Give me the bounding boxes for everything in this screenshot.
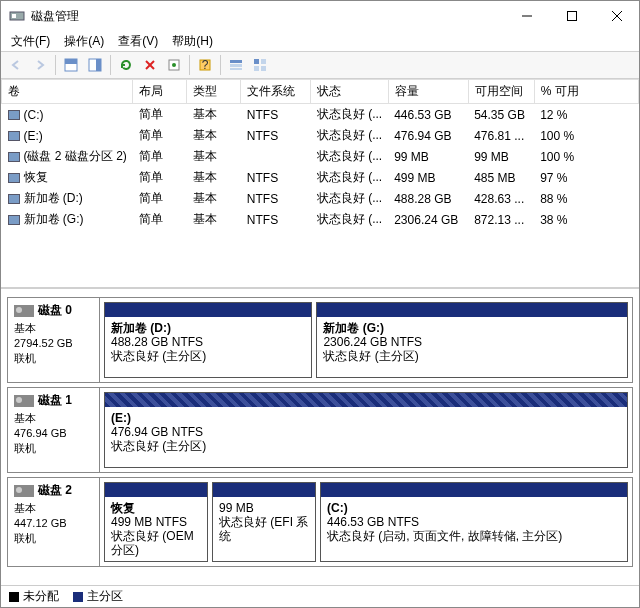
- drive-icon: [14, 485, 34, 497]
- svg-rect-3: [567, 12, 576, 21]
- disk-row: 磁盘 0基本2794.52 GB联机新加卷 (D:)488.28 GB NTFS…: [7, 297, 633, 383]
- maximize-button[interactable]: [549, 1, 594, 31]
- col-pct[interactable]: % 可用: [534, 80, 638, 104]
- drive-icon: [14, 305, 34, 317]
- minimize-button[interactable]: [504, 1, 549, 31]
- title-bar: 磁盘管理: [1, 1, 639, 31]
- properties-icon[interactable]: [163, 54, 185, 76]
- menu-file[interactable]: 文件(F): [5, 31, 56, 52]
- table-row[interactable]: (E:)简单基本NTFS状态良好 (...476.94 GB476.81 ...…: [2, 125, 639, 146]
- partition[interactable]: (C:)446.53 GB NTFS状态良好 (启动, 页面文件, 故障转储, …: [320, 482, 628, 562]
- svg-rect-21: [254, 66, 259, 71]
- menu-help[interactable]: 帮助(H): [166, 31, 219, 52]
- app-icon: [9, 8, 25, 24]
- delete-icon[interactable]: [139, 54, 161, 76]
- drive-icon: [14, 395, 34, 407]
- svg-rect-19: [254, 59, 259, 64]
- refresh-icon[interactable]: [115, 54, 137, 76]
- disk-row: 磁盘 1基本476.94 GB联机(E:)476.94 GB NTFS状态良好 …: [7, 387, 633, 473]
- legend: 未分配 主分区: [1, 585, 639, 607]
- volume-list-pane[interactable]: 卷 布局 类型 文件系统 状态 容量 可用空间 % 可用 (C:)简单基本NTF…: [1, 79, 639, 289]
- svg-point-13: [172, 63, 176, 67]
- view-list-icon[interactable]: [225, 54, 247, 76]
- col-status[interactable]: 状态: [311, 80, 388, 104]
- svg-rect-16: [230, 60, 242, 63]
- disk-header[interactable]: 磁盘 1基本476.94 GB联机: [8, 388, 100, 472]
- svg-rect-9: [96, 59, 101, 71]
- col-free[interactable]: 可用空间: [468, 80, 534, 104]
- disk-header[interactable]: 磁盘 0基本2794.52 GB联机: [8, 298, 100, 382]
- disk-header[interactable]: 磁盘 2基本447.12 GB联机: [8, 478, 100, 566]
- window-title: 磁盘管理: [31, 8, 504, 25]
- partition[interactable]: 新加卷 (G:)2306.24 GB NTFS状态良好 (主分区): [316, 302, 628, 378]
- help-icon[interactable]: ?: [194, 54, 216, 76]
- menu-view[interactable]: 查看(V): [112, 31, 164, 52]
- partition[interactable]: 99 MB状态良好 (EFI 系统: [212, 482, 316, 562]
- toolbar: ?: [1, 51, 639, 79]
- col-layout[interactable]: 布局: [133, 80, 187, 104]
- col-volume[interactable]: 卷: [2, 80, 133, 104]
- col-fs[interactable]: 文件系统: [241, 80, 311, 104]
- svg-rect-1: [12, 14, 16, 18]
- forward-button: [29, 54, 51, 76]
- partition[interactable]: 恢复499 MB NTFS状态良好 (OEM 分区): [104, 482, 208, 562]
- svg-rect-7: [65, 59, 77, 64]
- menu-bar: 文件(F) 操作(A) 查看(V) 帮助(H): [1, 31, 639, 51]
- svg-rect-20: [261, 59, 266, 64]
- partition[interactable]: (E:)476.94 GB NTFS状态良好 (主分区): [104, 392, 628, 468]
- legend-unallocated: 未分配: [9, 588, 59, 605]
- legend-primary: 主分区: [73, 588, 123, 605]
- svg-rect-17: [230, 64, 242, 67]
- close-button[interactable]: [594, 1, 639, 31]
- table-row[interactable]: 恢复简单基本NTFS状态良好 (...499 MB485 MB97 %: [2, 167, 639, 188]
- disk-map-pane[interactable]: 磁盘 0基本2794.52 GB联机新加卷 (D:)488.28 GB NTFS…: [1, 289, 639, 585]
- table-row[interactable]: 新加卷 (D:)简单基本NTFS状态良好 (...488.28 GB428.63…: [2, 188, 639, 209]
- panel-right-icon[interactable]: [84, 54, 106, 76]
- disk-row: 磁盘 2基本447.12 GB联机恢复499 MB NTFS状态良好 (OEM …: [7, 477, 633, 567]
- table-row[interactable]: 新加卷 (G:)简单基本NTFS状态良好 (...2306.24 GB872.1…: [2, 209, 639, 230]
- menu-action[interactable]: 操作(A): [58, 31, 110, 52]
- svg-rect-18: [230, 68, 242, 70]
- col-type[interactable]: 类型: [187, 80, 241, 104]
- table-row[interactable]: (C:)简单基本NTFS状态良好 (...446.53 GB54.35 GB12…: [2, 104, 639, 126]
- view-grid-icon[interactable]: [249, 54, 271, 76]
- back-button: [5, 54, 27, 76]
- partition[interactable]: 新加卷 (D:)488.28 GB NTFS状态良好 (主分区): [104, 302, 312, 378]
- svg-rect-22: [261, 66, 266, 71]
- panel-top-icon[interactable]: [60, 54, 82, 76]
- col-capacity[interactable]: 容量: [388, 80, 468, 104]
- table-row[interactable]: (磁盘 2 磁盘分区 2)简单基本状态良好 (...99 MB99 MB100 …: [2, 146, 639, 167]
- svg-text:?: ?: [202, 58, 209, 72]
- volume-table: 卷 布局 类型 文件系统 状态 容量 可用空间 % 可用 (C:)简单基本NTF…: [1, 79, 639, 230]
